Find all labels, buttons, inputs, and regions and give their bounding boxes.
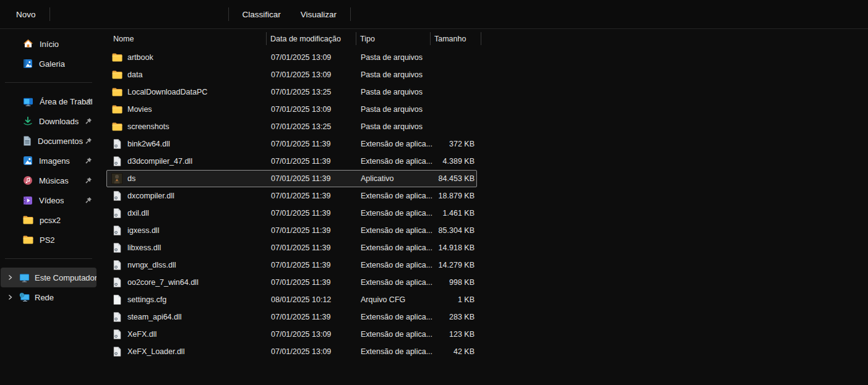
file-name-cell: d3dcompiler_47.dll	[107, 156, 266, 166]
column-separator[interactable]	[481, 32, 481, 45]
file-name-cell: settings.cfg	[107, 295, 266, 305]
file-name: screenshots	[127, 122, 169, 131]
file-name-cell: bink2w64.dll	[107, 139, 266, 149]
file-name: nvngx_dlss.dll	[127, 261, 176, 269]
sidebar-item-imagens[interactable]: Imagens	[1, 151, 97, 171]
file-name-cell: ds	[107, 173, 266, 184]
paste-button[interactable]	[111, 4, 139, 24]
chevron-right-icon[interactable]	[6, 274, 14, 281]
dll-file-icon	[111, 156, 122, 166]
table-row[interactable]: XeFX_Loader.dll07/01/2025 13:09Extensão …	[106, 343, 477, 360]
column-separator[interactable]	[356, 32, 356, 45]
table-row[interactable]: bink2w64.dll07/01/2025 11:39Extensão de …	[106, 135, 477, 153]
column-separator[interactable]	[430, 32, 431, 45]
file-name-cell: dxil.dll	[107, 208, 266, 218]
table-row[interactable]: nvngx_dlss.dll07/01/2025 11:39Extensão d…	[106, 256, 477, 274]
column-header-size[interactable]: Tamanho	[434, 35, 466, 43]
dll-file-icon	[111, 260, 122, 270]
sidebar-item-area-de-trabalho[interactable]: Área de Trabalho	[1, 91, 97, 111]
dll-file-icon	[111, 277, 122, 287]
file-name: ds	[127, 174, 135, 183]
file-date: 07/01/2025 11:39	[271, 226, 330, 235]
table-row[interactable]: dxil.dll07/01/2025 11:39Extensão de apli…	[106, 205, 477, 222]
file-date: 07/01/2025 11:39	[271, 261, 330, 269]
dll-file-icon	[111, 347, 122, 357]
file-date: 07/01/2025 13:09	[271, 347, 331, 356]
table-row[interactable]: libxess.dll07/01/2025 11:39Extensão de a…	[106, 239, 477, 256]
sidebar-item-label: PS2	[40, 235, 55, 245]
sort-button[interactable]: Classificar	[233, 4, 291, 24]
chevron-right-icon[interactable]	[6, 294, 14, 300]
file-name-cell: dxcompiler.dll	[107, 191, 266, 201]
sidebar-item-galeria[interactable]: Galeria	[1, 54, 97, 74]
table-row[interactable]: d3dcompiler_47.dll07/01/2025 11:39Extens…	[106, 153, 477, 170]
file-name: artbook	[127, 53, 153, 62]
cut-button[interactable]	[54, 4, 82, 24]
new-button[interactable]: Novo	[6, 4, 46, 24]
table-row[interactable]: dxcompiler.dll07/01/2025 11:39Extensão d…	[106, 187, 477, 205]
column-header-date[interactable]: Data de modificação	[270, 35, 341, 43]
dll-file-icon	[111, 243, 122, 253]
sidebar-item-label: Imagens	[39, 156, 70, 166]
share-button[interactable]	[168, 4, 196, 24]
sidebar-item-ps2[interactable]: PS2	[1, 230, 97, 250]
view-button[interactable]: Visualizar	[291, 4, 346, 24]
sidebar-item-rede[interactable]: Rede	[1, 287, 97, 307]
rename-button[interactable]	[139, 4, 168, 24]
column-header-name[interactable]: Nome	[113, 35, 134, 43]
file-type: Aplicativo	[361, 174, 394, 183]
file-date: 07/01/2025 11:39	[271, 140, 330, 148]
file-name-cell: oo2core_7_win64.dll	[107, 277, 266, 287]
column-headers: Nome Data de modificação Tipo Tamanho	[97, 29, 868, 47]
folder-icon	[111, 88, 122, 96]
file-type: Pasta de arquivos	[361, 53, 423, 62]
sidebar-item-inicio[interactable]: Início	[1, 34, 97, 54]
table-row[interactable]: ds07/01/2025 11:39Aplicativo84.453 KB	[106, 170, 477, 187]
table-row[interactable]: steam_api64.dll07/01/2025 11:39Extensão …	[106, 308, 477, 326]
sidebar-item-pcsx2[interactable]: pcsx2	[1, 210, 97, 230]
pin-icon	[85, 137, 92, 145]
file-name: d3dcompiler_47.dll	[127, 157, 192, 166]
table-row[interactable]: XeFX.dll07/01/2025 13:09Extensão de apli…	[106, 326, 477, 343]
table-row[interactable]: settings.cfg08/01/2025 10:12Arquivo CFG1…	[106, 291, 477, 308]
toolbar-divider	[228, 7, 229, 21]
sidebar-divider	[5, 82, 92, 83]
sidebar-item-documentos[interactable]: Documentos	[1, 131, 97, 151]
pin-icon	[85, 117, 92, 125]
sidebar-item-label: Documentos	[38, 137, 83, 146]
sidebar-item-label: Rede	[35, 293, 54, 302]
table-row[interactable]: artbook07/01/2025 13:09Pasta de arquivos	[106, 49, 477, 66]
file-size: 283 KB	[398, 313, 475, 321]
file-name-cell: igxess.dll	[107, 226, 266, 235]
sidebar-item-musicas[interactable]: Músicas	[1, 171, 97, 190]
sidebar-item-videos[interactable]: Vídeos	[1, 190, 97, 210]
file-name: oo2core_7_win64.dll	[127, 278, 199, 287]
dll-file-icon	[111, 191, 122, 201]
sidebar-item-downloads[interactable]: Downloads	[1, 111, 97, 131]
table-row[interactable]: LocalDownloadDataPC07/01/2025 13:25Pasta…	[106, 83, 477, 101]
table-row[interactable]: oo2core_7_win64.dll07/01/2025 11:39Exten…	[106, 274, 477, 291]
column-header-type[interactable]: Tipo	[360, 35, 375, 43]
more-options-button[interactable]	[355, 4, 383, 24]
sidebar-item-este-computador[interactable]: Este Computador	[1, 268, 97, 287]
folder-icon	[23, 216, 33, 224]
file-size: 14.279 KB	[398, 261, 475, 269]
delete-button[interactable]	[196, 4, 225, 24]
file-date: 07/01/2025 13:25	[271, 122, 331, 131]
sidebar-item-label: Este Computador	[35, 273, 97, 282]
gallery-icon	[23, 59, 33, 69]
table-row[interactable]: igxess.dll07/01/2025 11:39Extensão de ap…	[106, 222, 477, 239]
desktop-icon	[23, 97, 33, 106]
file-date: 07/01/2025 11:39	[271, 278, 330, 287]
table-row[interactable]: Movies07/01/2025 13:09Pasta de arquivos	[106, 101, 477, 118]
file-date: 07/01/2025 13:09	[271, 53, 331, 62]
file-date: 07/01/2025 11:39	[271, 209, 330, 218]
column-separator[interactable]	[266, 32, 267, 45]
file-name-cell: LocalDownloadDataPC	[107, 88, 266, 96]
table-row[interactable]: data07/01/2025 13:09Pasta de arquivos	[106, 66, 477, 83]
table-row[interactable]: screenshots07/01/2025 13:25Pasta de arqu…	[106, 118, 477, 135]
file-date: 07/01/2025 11:39	[271, 243, 330, 252]
file-name: settings.cfg	[127, 295, 166, 304]
copy-button[interactable]	[82, 4, 111, 24]
file-date: 08/01/2025 10:12	[271, 295, 331, 304]
